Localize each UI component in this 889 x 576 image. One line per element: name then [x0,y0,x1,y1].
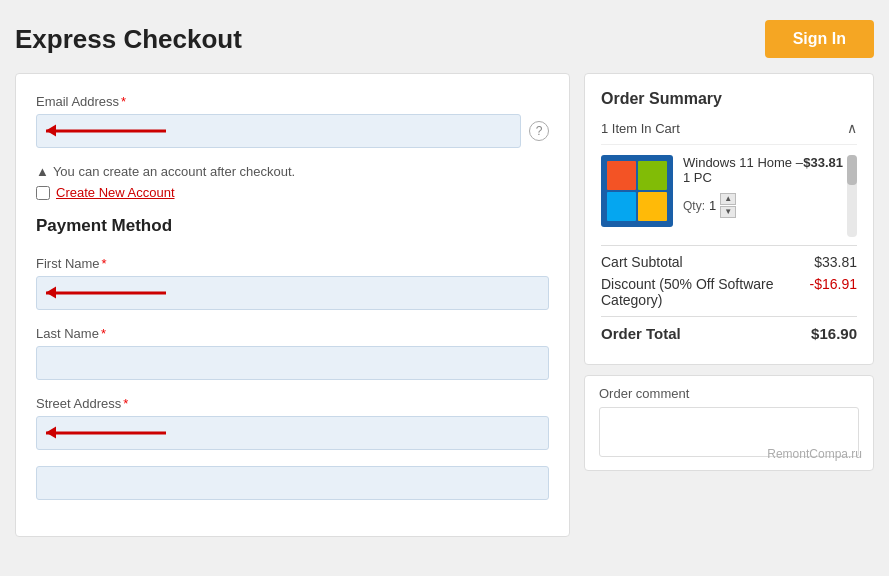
discount-label: Discount (50% Off Software Category) [601,276,810,308]
red-arrow-street [46,432,166,435]
last-name-group: Last Name* [36,326,549,380]
red-arrow-email [46,130,166,133]
order-summary-title: Order Summary [601,90,857,108]
extra-input[interactable] [36,466,549,500]
create-account-link[interactable]: Create New Account [56,185,175,200]
chevron-up-icon[interactable]: ∧ [847,120,857,136]
header: Express Checkout Sign In [15,10,874,73]
order-comment-label: Order comment [599,386,859,401]
watermark: RemontCompa.ru [767,447,862,461]
right-panel-container: Order Summary 1 Item In Cart ∧ [584,73,874,471]
product-info: Windows 11 Home – 1 PC $33.81 Qty: 1 ▲ ▼ [683,155,843,227]
street-address-label: Street Address* [36,396,549,411]
windows-logo [601,155,673,227]
extra-field-group [36,466,549,500]
email-arrow-indicator [46,130,166,133]
page-title: Express Checkout [15,24,242,55]
order-summary-box: Order Summary 1 Item In Cart ∧ [584,73,874,365]
arrow-up-icon: ▲ [36,164,49,179]
red-arrow-first-name [46,292,166,295]
cart-subtotal-label: Cart Subtotal [601,254,683,270]
qty-down-button[interactable]: ▼ [720,206,736,218]
win-logo-yellow [638,192,667,221]
cart-subtotal-value: $33.81 [814,254,857,270]
order-total-row: Order Total $16.90 [601,325,857,342]
first-name-arrow-indicator [46,292,166,295]
create-account-checkbox[interactable] [36,186,50,200]
scrollbar-track[interactable] [847,155,857,237]
cart-item: Windows 11 Home – 1 PC $33.81 Qty: 1 ▲ ▼ [601,155,843,227]
win-logo-red [607,161,636,190]
win-logo-green [638,161,667,190]
first-name-group: First Name* [36,256,549,310]
product-name: Windows 11 Home – 1 PC [683,155,803,185]
order-total-value: $16.90 [811,325,857,342]
left-panel: Email Address* ? ▲ You can create an acc… [15,73,570,537]
email-label: Email Address* [36,94,549,109]
last-name-label: Last Name* [36,326,549,341]
product-top-row: Windows 11 Home – 1 PC $33.81 [683,155,843,189]
required-star-first: * [102,256,107,271]
sign-in-button[interactable]: Sign In [765,20,874,58]
cart-header: 1 Item In Cart ∧ [601,120,857,145]
first-name-input-wrap [36,276,549,310]
create-account-row: Create New Account [36,185,549,200]
last-name-input[interactable] [36,346,549,380]
required-star-street: * [123,396,128,411]
first-name-label: First Name* [36,256,549,271]
street-address-input-wrap [36,416,549,450]
qty-stepper[interactable]: ▲ ▼ [720,193,736,218]
scrollbar-thumb[interactable] [847,155,857,185]
account-notice: ▲ You can create an account after checko… [36,164,549,179]
payment-method-title: Payment Method [36,216,549,236]
cart-count: 1 Item In Cart [601,121,680,136]
street-address-arrow-indicator [46,432,166,435]
email-input-wrap [36,114,521,148]
required-star-last: * [101,326,106,341]
page-wrapper: Express Checkout Sign In Email Address* [0,0,889,576]
street-address-group: Street Address* [36,396,549,450]
product-qty: Qty: 1 ▲ ▼ [683,193,843,218]
discount-value: -$16.91 [810,276,857,308]
qty-up-button[interactable]: ▲ [720,193,736,205]
product-price: $33.81 [803,155,843,189]
win-logo-blue [607,192,636,221]
product-image [601,155,673,227]
email-group: Email Address* ? [36,94,549,148]
divider-1 [601,245,857,246]
order-total-label: Order Total [601,325,681,342]
help-icon[interactable]: ? [529,121,549,141]
right-panel: Order Summary 1 Item In Cart ∧ [584,73,874,471]
discount-row: Discount (50% Off Software Category) -$1… [601,276,857,308]
cart-subtotal-row: Cart Subtotal $33.81 [601,254,857,270]
cart-item-row: Windows 11 Home – 1 PC $33.81 Qty: 1 ▲ ▼ [601,155,857,237]
qty-label: Qty: [683,199,705,213]
email-row: ? [36,114,549,148]
required-star: * [121,94,126,109]
main-layout: Email Address* ? ▲ You can create an acc… [15,73,874,537]
qty-value: 1 [709,198,716,213]
divider-2 [601,316,857,317]
